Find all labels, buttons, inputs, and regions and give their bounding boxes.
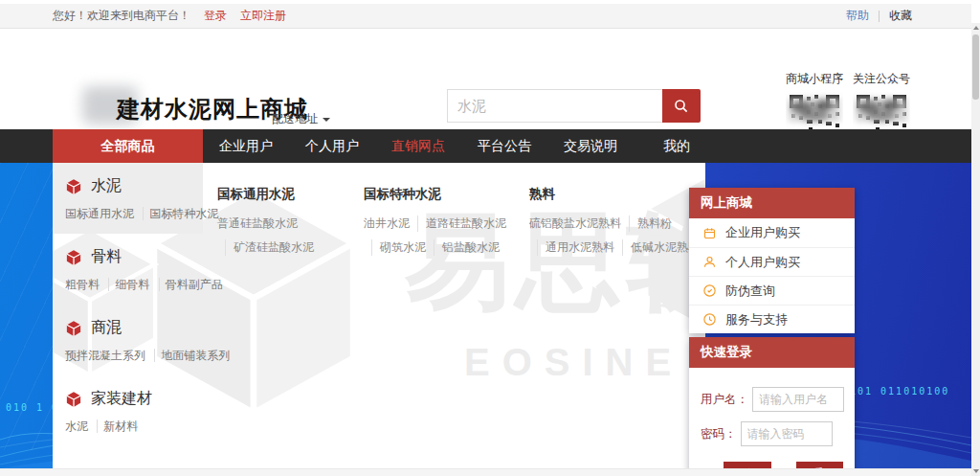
help-link[interactable]: 帮助	[846, 8, 869, 24]
cube-icon	[65, 249, 82, 266]
search-icon	[673, 98, 690, 115]
mall-item-enterprise-buy[interactable]: 企业用户购买	[689, 218, 855, 247]
mall-item-label: 个人用户购买	[725, 254, 800, 271]
horizontal-scrollbar[interactable]	[0, 468, 971, 476]
user-icon	[702, 255, 717, 269]
category-name: 骨料	[91, 247, 122, 267]
nav-spacer	[0, 129, 53, 163]
qr-official-account-label: 关注公众号	[852, 71, 911, 87]
category-panel: 易思软件 EOSINE SOFTWARE 水泥 国标通用水泥 国标特种水泥	[53, 163, 705, 468]
category-home-materials[interactable]: 家装建材 水泥 新材料	[53, 375, 203, 446]
mega-group-clinker: 熟料 硫铝酸盐水泥熟料 熟料粉 通用水泥熟料 低碱水泥熟料	[529, 186, 703, 256]
mall-item-personal-buy[interactable]: 个人用户购买	[689, 247, 855, 276]
category-sublink[interactable]: 预拌混凝土系列	[65, 349, 145, 362]
mall-item-label: 企业用户购买	[725, 224, 800, 241]
main-stage: 制、 ARE 00 1001 101 011010100 010 1 0010 …	[0, 163, 971, 468]
login-link[interactable]: 登录	[204, 8, 227, 24]
delivery-address-label: 配送地址	[272, 111, 318, 127]
nav-enterprise-user[interactable]: 企业用户	[203, 129, 289, 163]
search-bar	[447, 89, 701, 123]
mega-link[interactable]: 矿渣硅盐酸水泥	[225, 239, 314, 256]
calendar-icon	[702, 226, 717, 240]
mega-link[interactable]: 低碱水泥熟料	[622, 239, 700, 256]
mega-group-title: 国标特种水泥	[364, 186, 528, 203]
scroll-down-arrow[interactable]	[971, 466, 980, 476]
reset-button[interactable]: 重 置	[796, 462, 844, 468]
category-cement[interactable]: 水泥 国标通用水泥 国标特种水泥	[53, 163, 203, 234]
cube-icon	[65, 391, 82, 408]
scrollbar-thumb[interactable]	[972, 34, 979, 100]
delivery-address-dropdown[interactable]: 配送地址	[272, 111, 330, 127]
mega-group-special-cement: 国标特种水泥 油井水泥 道路硅盐酸水泥 砌筑水泥 铝盐酸水泥	[364, 186, 528, 256]
mega-group-title: 熟料	[529, 186, 703, 203]
header: 建材水泥网上商城 配送地址 热门搜索: 水泥 骨料 商城小程序 关注公众号	[0, 29, 971, 129]
mega-link[interactable]: 硫铝酸盐水泥熟料	[529, 215, 621, 232]
cube-icon	[65, 178, 82, 195]
search-input[interactable]	[447, 89, 662, 123]
nav-platform-notice[interactable]: 平台公告	[461, 129, 547, 163]
qr-mini-program-label: 商城小程序	[785, 71, 844, 87]
category-sublink[interactable]: 水泥	[65, 419, 88, 433]
category-sidebar: 水泥 国标通用水泥 国标特种水泥 骨料 粗骨料 细骨料 骨料副	[53, 163, 203, 468]
divider	[879, 11, 880, 22]
mega-group-title: 国标通用水泥	[217, 186, 370, 203]
password-input[interactable]	[741, 421, 833, 446]
cube-icon	[65, 320, 82, 337]
mega-link[interactable]: 道路硅盐酸水泥	[417, 215, 506, 232]
quick-login-title: 快速登录	[689, 337, 855, 368]
mega-group-general-cement: 国标通用水泥 普通硅盐酸水泥 矿渣硅盐酸水泥	[217, 186, 370, 256]
main-nav: 全部商品 企业用户 个人用户 直销网点 平台公告 交易说明 我的	[0, 129, 971, 163]
mega-link[interactable]: 砌筑水泥	[371, 239, 426, 256]
scroll-up-arrow[interactable]	[971, 23, 980, 33]
search-button[interactable]	[662, 89, 701, 123]
mega-menu: 国标通用水泥 普通硅盐酸水泥 矿渣硅盐酸水泥 国标特种水泥 油井水泥 道路硅盐酸…	[203, 163, 705, 468]
topbar: 您好！欢迎来到电商平台！ 登录 立即注册 帮助 收藏	[0, 4, 971, 29]
category-name: 水泥	[91, 176, 122, 196]
welcome-text: 您好！欢迎来到电商平台！	[53, 8, 190, 24]
category-name: 家装建材	[91, 389, 152, 409]
online-mall-panel: 网上商城 企业用户购买 个人用户购买 防伪查询	[689, 188, 855, 333]
category-sublink[interactable]: 细骨料	[108, 278, 149, 291]
mega-link[interactable]: 油井水泥	[364, 215, 410, 232]
mall-item-label: 服务与支持	[725, 311, 788, 329]
category-aggregate[interactable]: 骨料 粗骨料 细骨料 骨料副产品	[53, 234, 203, 305]
mega-link[interactable]: 通用水泥熟料	[537, 239, 614, 256]
nav-trade-guide[interactable]: 交易说明	[547, 129, 634, 163]
clock-icon	[702, 312, 717, 327]
online-mall-title: 网上商城	[689, 188, 855, 218]
favorite-link[interactable]: 收藏	[889, 8, 912, 24]
shield-icon	[702, 283, 717, 298]
nav-direct-outlets[interactable]: 直销网点	[375, 129, 461, 163]
mega-link[interactable]: 铝盐酸水泥	[434, 239, 500, 256]
nav-all-products[interactable]: 全部商品	[53, 129, 203, 163]
password-label: 密码：	[701, 426, 737, 442]
category-name: 商混	[91, 318, 122, 338]
mall-item-label: 防伪查询	[725, 283, 775, 300]
vertical-scrollbar[interactable]	[971, 23, 980, 476]
nav-mine[interactable]: 我的	[634, 129, 720, 163]
mall-item-anti-fake-query[interactable]: 防伪查询	[689, 276, 855, 305]
register-link[interactable]: 立即注册	[240, 8, 286, 24]
nav-personal-user[interactable]: 个人用户	[289, 129, 375, 163]
category-sublink[interactable]: 国标通用水泥	[65, 207, 134, 220]
username-input[interactable]	[752, 387, 844, 412]
category-sublink[interactable]: 粗骨料	[65, 278, 100, 291]
login-button[interactable]: 登 录	[724, 462, 771, 468]
category-ready-mix[interactable]: 商混 预拌混凝土系列 地面铺装系列	[53, 305, 203, 375]
mega-link[interactable]: 熟料粉	[629, 215, 672, 232]
mega-link[interactable]: 普通硅盐酸水泥	[217, 215, 298, 232]
mall-item-service-support[interactable]: 服务与支持	[689, 305, 855, 333]
category-sublink[interactable]: 新材料	[97, 419, 138, 433]
username-label: 用户名：	[701, 392, 748, 408]
chevron-down-icon	[323, 118, 330, 125]
quick-login-panel: 快速登录 用户名： 密码： 登 录 重 置	[689, 337, 855, 468]
